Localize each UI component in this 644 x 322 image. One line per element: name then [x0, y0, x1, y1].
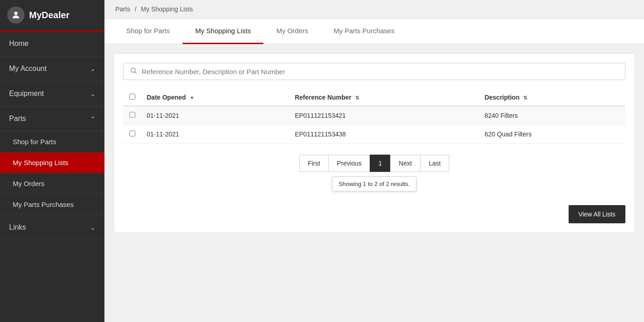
select-all-header[interactable]: [123, 89, 141, 106]
breadcrumb-current: My Shopping Lists: [141, 5, 193, 13]
row-description: 8240 Filters: [479, 106, 625, 125]
row-checkbox-cell[interactable]: [123, 125, 141, 144]
chevron-down-icon: ⌄: [90, 65, 95, 72]
sidebar-item-equipment[interactable]: Equipment ⌄: [0, 81, 104, 106]
col-reference-number[interactable]: Reference Number ⇅: [289, 89, 479, 106]
sort-icon: ⇅: [355, 95, 359, 101]
sidebar-item-shop-for-parts[interactable]: Shop for Parts: [0, 131, 104, 152]
col-description[interactable]: Description ⇅: [479, 89, 625, 106]
sort-asc-icon: ▼: [189, 95, 194, 101]
col-date-opened[interactable]: Date Opened ▼: [141, 89, 289, 106]
tabs-bar: Shop for Parts My Shopping Lists My Orde…: [104, 19, 644, 44]
content-area: Shop for Parts My Shopping Lists My Orde…: [104, 19, 644, 322]
sidebar-subitem-shop-label: Shop for Parts: [13, 138, 56, 146]
sidebar-item-my-account[interactable]: My Account ⌄: [0, 56, 104, 81]
sidebar-item-my-account-label: My Account: [9, 65, 47, 73]
first-page-button[interactable]: First: [299, 155, 328, 172]
select-all-checkbox[interactable]: [129, 94, 135, 100]
previous-page-button[interactable]: Previous: [328, 155, 370, 172]
svg-point-0: [14, 12, 17, 15]
svg-point-1: [131, 68, 135, 72]
row-description: 620 Quad Filters: [479, 125, 625, 144]
sort-icon: ⇅: [523, 95, 527, 101]
row-reference: EP011121153421: [289, 106, 479, 125]
tab-my-shopping-lists[interactable]: My Shopping Lists: [183, 19, 264, 44]
sidebar-item-home[interactable]: Home: [0, 31, 104, 56]
sidebar: MyDealer Home My Account ⌄ Equipment ⌄ P…: [0, 0, 104, 322]
sidebar-item-links[interactable]: Links ⌄: [0, 215, 104, 240]
last-page-button[interactable]: Last: [420, 155, 449, 172]
search-input[interactable]: [142, 68, 619, 75]
sidebar-subitem-my-orders-label: My Orders: [13, 180, 45, 187]
svg-line-2: [135, 72, 137, 74]
current-page-button[interactable]: 1: [370, 155, 390, 172]
sidebar-item-home-label: Home: [9, 40, 29, 48]
search-icon: [130, 67, 137, 76]
sidebar-item-my-orders[interactable]: My Orders: [0, 173, 104, 194]
sidebar-subitem-my-parts-purchases-label: My Parts Purchases: [13, 201, 74, 208]
main-panel: Date Opened ▼ Reference Number ⇅ Descrip…: [114, 53, 635, 233]
sidebar-subitem-shopping-lists-label: My Shopping Lists: [13, 159, 69, 166]
row-date: 01-11-2021: [141, 125, 289, 144]
sidebar-item-links-label: Links: [9, 223, 26, 231]
tab-my-parts-purchases[interactable]: My Parts Purchases: [321, 19, 407, 44]
main-area: Parts / My Shopping Lists Shop for Parts…: [104, 0, 644, 322]
logo-area[interactable]: MyDealer: [0, 0, 104, 31]
sidebar-item-my-parts-purchases[interactable]: My Parts Purchases: [0, 194, 104, 215]
next-page-button[interactable]: Next: [390, 155, 420, 172]
tab-shop-for-parts[interactable]: Shop for Parts: [114, 19, 183, 44]
brand-name: MyDealer: [29, 10, 69, 20]
row-checkbox-cell[interactable]: [123, 106, 141, 125]
pagination-buttons: First Previous 1 Next Last: [299, 155, 450, 172]
sidebar-item-equipment-label: Equipment: [9, 90, 44, 98]
row-checkbox[interactable]: [129, 112, 135, 118]
row-date: 01-11-2021: [141, 106, 289, 125]
pagination-info: Showing 1 to 2 of 2 results.: [332, 176, 417, 191]
chevron-down-icon: ⌄: [90, 224, 95, 231]
shopping-lists-table: Date Opened ▼ Reference Number ⇅ Descrip…: [123, 89, 625, 144]
table-row: 01-11-2021 EP011121153438 620 Quad Filte…: [123, 125, 625, 144]
row-reference: EP011121153438: [289, 125, 479, 144]
sidebar-item-parts-label: Parts: [9, 115, 26, 123]
pagination-area: First Previous 1 Next Last Showing 1 to …: [123, 155, 625, 191]
view-all-lists-button[interactable]: View All Lists: [569, 205, 625, 223]
logo-icon: [7, 6, 25, 24]
breadcrumb-parent[interactable]: Parts: [115, 5, 130, 13]
chevron-down-icon: ⌄: [90, 91, 95, 97]
topbar: Parts / My Shopping Lists: [104, 0, 644, 19]
table-row: 01-11-2021 EP011121153421 8240 Filters: [123, 106, 625, 125]
sidebar-item-my-shopping-lists[interactable]: My Shopping Lists: [0, 152, 104, 173]
tab-my-orders[interactable]: My Orders: [263, 19, 321, 44]
sidebar-item-parts[interactable]: Parts ⌃: [0, 106, 104, 131]
breadcrumb-separator: /: [135, 5, 137, 13]
row-checkbox[interactable]: [129, 131, 135, 136]
search-bar[interactable]: [123, 63, 625, 80]
chevron-up-icon: ⌃: [90, 116, 95, 122]
